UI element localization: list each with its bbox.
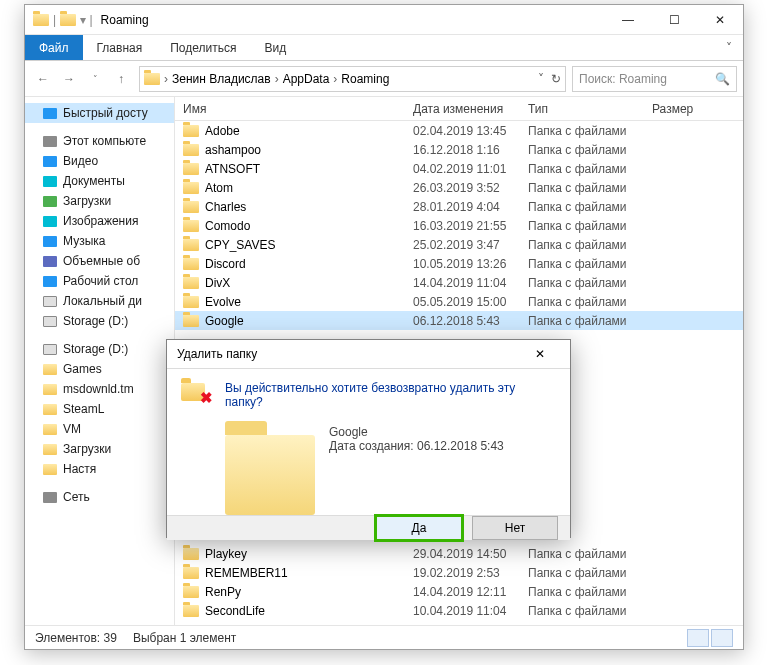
- search-input[interactable]: Поиск: Roaming 🔍: [572, 66, 737, 92]
- nav-downloads2[interactable]: Загрузки: [25, 439, 174, 459]
- dialog-titlebar: Удалить папку ✕: [167, 340, 570, 369]
- table-row[interactable]: Google06.12.2018 5:43Папка с файлами: [175, 311, 743, 330]
- folder-icon: [183, 315, 199, 327]
- window-title: Roaming: [101, 13, 149, 27]
- crumb-segment[interactable]: Roaming: [341, 72, 389, 86]
- nav-network[interactable]: Сеть: [25, 487, 174, 507]
- table-row[interactable]: Discord10.05.2019 13:26Папка с файлами: [175, 254, 743, 273]
- ribbon-collapse-icon[interactable]: ˅: [715, 35, 743, 60]
- file-type: Папка с файлами: [528, 585, 652, 599]
- folder-icon: [33, 14, 49, 26]
- dialog-item-info: Google Дата создания: 06.12.2018 5:43: [329, 425, 504, 453]
- nav-vm[interactable]: VM: [25, 419, 174, 439]
- breadcrumb-dropdown[interactable]: ˅ ↻: [538, 72, 561, 86]
- file-type: Папка с файлами: [528, 276, 652, 290]
- window-buttons: — ☐ ✕: [605, 5, 743, 35]
- file-date: 16.03.2019 21:55: [413, 219, 528, 233]
- file-date: 04.02.2019 11:01: [413, 162, 528, 176]
- file-name: Playkey: [205, 547, 247, 561]
- table-row[interactable]: RenPy14.04.2019 12:11Папка с файлами: [175, 582, 743, 601]
- nav-3d[interactable]: Объемные об: [25, 251, 174, 271]
- table-row[interactable]: Playkey29.04.2019 14:50Папка с файлами: [175, 544, 743, 563]
- folder-icon: [183, 277, 199, 289]
- status-bar: Элементов: 39 Выбран 1 элемент: [25, 625, 743, 649]
- recent-dropdown[interactable]: ˅: [83, 67, 107, 91]
- table-row[interactable]: Adobe02.04.2019 13:45Папка с файлами: [175, 121, 743, 140]
- close-button[interactable]: ✕: [697, 5, 743, 35]
- file-date: 29.04.2019 14:50: [413, 547, 528, 561]
- file-date: 10.04.2019 11:04: [413, 604, 528, 618]
- column-headers[interactable]: Имя Дата изменения Тип Размер: [175, 97, 743, 121]
- tab-home[interactable]: Главная: [83, 35, 157, 60]
- file-name: Evolve: [205, 295, 241, 309]
- nav-downloads[interactable]: Загрузки: [25, 191, 174, 211]
- nav-quick-access[interactable]: Быстрый досту: [25, 103, 174, 123]
- file-name: ashampoo: [205, 143, 261, 157]
- delete-confirm-dialog: Удалить папку ✕ ✖ Вы действительно хотит…: [166, 339, 571, 538]
- nav-music[interactable]: Музыка: [25, 231, 174, 251]
- nav-images[interactable]: Изображения: [25, 211, 174, 231]
- file-name: ATNSOFT: [205, 162, 260, 176]
- file-type: Папка с файлами: [528, 295, 652, 309]
- table-row[interactable]: SecondLife10.04.2019 11:04Папка с файлам…: [175, 601, 743, 620]
- file-type: Папка с файлами: [528, 566, 652, 580]
- dialog-close-button[interactable]: ✕: [520, 340, 560, 368]
- table-row[interactable]: Charles28.01.2019 4:04Папка с файлами: [175, 197, 743, 216]
- back-button[interactable]: ←: [31, 67, 55, 91]
- nav-localdisk[interactable]: Локальный ди: [25, 291, 174, 311]
- table-row[interactable]: ashampoo16.12.2018 1:16Папка с файлами: [175, 140, 743, 159]
- folder-icon: [183, 163, 199, 175]
- nav-desktop[interactable]: Рабочий стол: [25, 271, 174, 291]
- up-button[interactable]: ↑: [109, 67, 133, 91]
- dialog-buttons: Да Нет: [167, 515, 570, 540]
- titlebar: | ▾ | Roaming — ☐ ✕: [25, 5, 743, 35]
- file-type: Папка с файлами: [528, 181, 652, 195]
- minimize-button[interactable]: —: [605, 5, 651, 35]
- forward-button[interactable]: →: [57, 67, 81, 91]
- file-date: 16.12.2018 1:16: [413, 143, 528, 157]
- col-size[interactable]: Размер: [652, 102, 743, 116]
- view-details-button[interactable]: [687, 629, 709, 647]
- table-row[interactable]: ATNSOFT04.02.2019 11:01Папка с файлами: [175, 159, 743, 178]
- crumb-segment[interactable]: AppData: [283, 72, 330, 86]
- yes-button[interactable]: Да: [376, 516, 462, 540]
- table-row[interactable]: DivX14.04.2019 11:04Папка с файлами: [175, 273, 743, 292]
- maximize-button[interactable]: ☐: [651, 5, 697, 35]
- breadcrumb[interactable]: › Зенин Владислав › AppData › Roaming ˅ …: [139, 66, 566, 92]
- file-date: 14.04.2019 11:04: [413, 276, 528, 290]
- nav-documents[interactable]: Документы: [25, 171, 174, 191]
- view-icons-button[interactable]: [711, 629, 733, 647]
- nav-nastya[interactable]: Настя: [25, 459, 174, 479]
- nav-storage-d[interactable]: Storage (D:): [25, 311, 174, 331]
- crumb-segment[interactable]: Зенин Владислав: [172, 72, 271, 86]
- status-count: Элементов: 39: [35, 631, 117, 645]
- file-name: DivX: [205, 276, 230, 290]
- table-row[interactable]: Comodo16.03.2019 21:55Папка с файлами: [175, 216, 743, 235]
- tab-share[interactable]: Поделиться: [156, 35, 250, 60]
- col-name[interactable]: Имя: [183, 102, 413, 116]
- nav-steaml[interactable]: SteamL: [25, 399, 174, 419]
- col-type[interactable]: Тип: [528, 102, 652, 116]
- file-date: 25.02.2019 3:47: [413, 238, 528, 252]
- chevron-right-icon: ›: [164, 72, 168, 86]
- col-date[interactable]: Дата изменения: [413, 102, 528, 116]
- table-row[interactable]: Evolve05.05.2019 15:00Папка с файлами: [175, 292, 743, 311]
- nav-games[interactable]: Games: [25, 359, 174, 379]
- file-type: Папка с файлами: [528, 257, 652, 271]
- table-row[interactable]: Atom26.03.2019 3:52Папка с файлами: [175, 178, 743, 197]
- table-row[interactable]: REMEMBER1119.02.2019 2:53Папка с файлами: [175, 563, 743, 582]
- tab-file[interactable]: Файл: [25, 35, 83, 60]
- table-row[interactable]: CPY_SAVES25.02.2019 3:47Папка с файлами: [175, 235, 743, 254]
- file-type: Папка с файлами: [528, 238, 652, 252]
- file-type: Папка с файлами: [528, 219, 652, 233]
- qat-sep: |: [53, 13, 56, 27]
- nav-video[interactable]: Видео: [25, 151, 174, 171]
- status-selected: Выбран 1 элемент: [133, 631, 236, 645]
- nav-this-pc[interactable]: Этот компьюте: [25, 131, 174, 151]
- nav-storage-d2[interactable]: Storage (D:): [25, 339, 174, 359]
- qat-dd[interactable]: ▾ |: [80, 13, 92, 27]
- tab-view[interactable]: Вид: [250, 35, 300, 60]
- address-bar: ← → ˅ ↑ › Зенин Владислав › AppData › Ro…: [25, 61, 743, 97]
- no-button[interactable]: Нет: [472, 516, 558, 540]
- nav-msdownld[interactable]: msdownld.tm: [25, 379, 174, 399]
